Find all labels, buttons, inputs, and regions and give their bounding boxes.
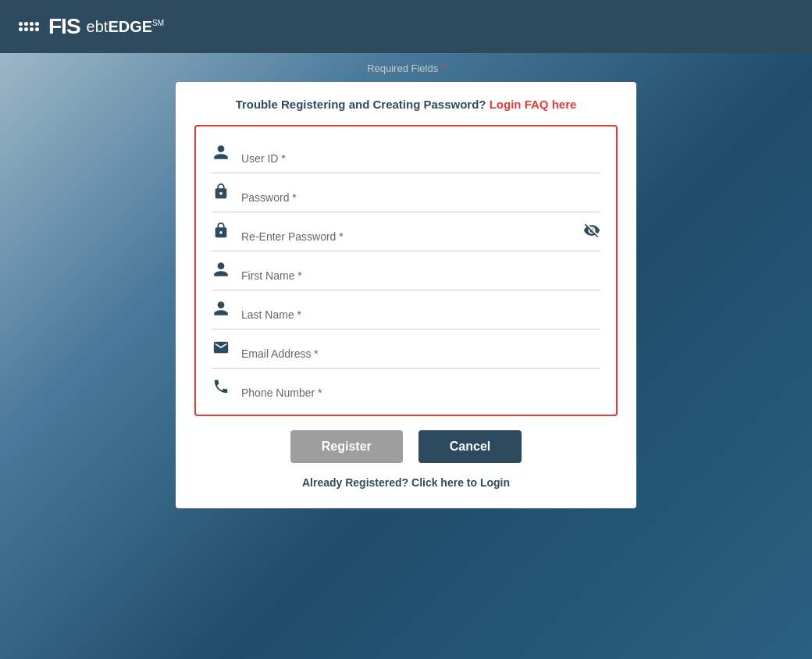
reenter-password-field-wrapper: [241, 227, 600, 246]
person-icon-firstname: [212, 261, 230, 285]
last-name-input[interactable]: [241, 305, 600, 324]
main-content: Required Fields * Trouble Registering an…: [0, 53, 812, 659]
password-field-wrapper: [241, 188, 600, 207]
email-field-wrapper: [241, 344, 600, 363]
user-id-field-wrapper: [241, 149, 600, 168]
phone-field-wrapper: [241, 383, 600, 402]
registration-card: Trouble Registering and Creating Passwor…: [176, 82, 636, 508]
last-name-row: [212, 290, 600, 330]
last-name-field-wrapper: [241, 305, 600, 324]
first-name-field-wrapper: [241, 266, 600, 285]
password-row: [212, 173, 600, 212]
email-input[interactable]: [241, 344, 600, 363]
reenter-password-row: [212, 212, 600, 251]
eye-hidden-icon[interactable]: [583, 222, 600, 243]
user-id-input[interactable]: [241, 149, 600, 168]
app-header: FIS ebtEDGESM: [0, 0, 812, 53]
phone-row: [212, 369, 600, 407]
register-button[interactable]: Register: [290, 430, 403, 463]
email-icon: [212, 339, 230, 363]
reenter-password-input[interactable]: [241, 227, 600, 246]
lock-icon-password: [212, 183, 230, 207]
registration-form: [194, 125, 618, 416]
already-registered-link[interactable]: Already Registered? Click here to Login: [302, 476, 510, 489]
logo: FIS ebtEDGESM: [19, 14, 164, 39]
email-row: [212, 330, 600, 369]
lock-icon-repassword: [212, 222, 230, 246]
required-fields-label: Required Fields *: [367, 62, 445, 74]
cancel-button[interactable]: Cancel: [418, 430, 522, 463]
password-input[interactable]: [241, 188, 600, 207]
faq-link[interactable]: Login FAQ here: [490, 98, 577, 111]
button-row: Register Cancel: [194, 430, 618, 463]
logo-dots: [19, 22, 39, 31]
logo-ebt-text: ebtEDGESM: [87, 18, 165, 36]
trouble-text: Trouble Registering and Creating Passwor…: [194, 98, 618, 111]
first-name-input[interactable]: [241, 266, 600, 285]
logo-fis-text: FIS: [48, 14, 80, 39]
first-name-row: [212, 251, 600, 290]
phone-input[interactable]: [241, 383, 600, 402]
phone-icon: [212, 378, 230, 402]
person-icon: [212, 144, 230, 168]
person-icon-lastname: [212, 300, 230, 324]
user-id-row: [212, 134, 600, 173]
